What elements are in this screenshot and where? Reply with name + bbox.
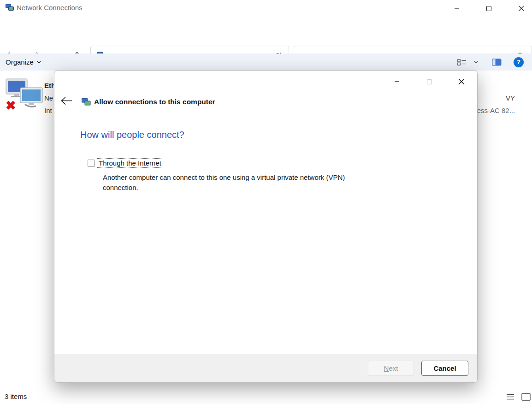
vpn-description: Another computer can connect to this one… xyxy=(103,172,379,193)
minimize-button[interactable] xyxy=(446,0,467,17)
status-bar: 3 items xyxy=(0,390,532,404)
command-bar: Organize ? xyxy=(0,53,532,71)
window-title: Network Connections xyxy=(17,4,83,12)
chevron-down-icon xyxy=(37,61,41,64)
through-internet-label[interactable]: Through the Internet xyxy=(97,159,163,167)
dialog-minimize-button[interactable] xyxy=(388,73,406,90)
dialog-title: Allow connections to this computer xyxy=(94,98,215,106)
dialog-footer: Next Cancel xyxy=(54,354,477,382)
close-button[interactable] xyxy=(511,0,532,17)
next-button-disabled: Next xyxy=(368,361,414,376)
explorer-window: Network Connections « Netw... xyxy=(0,0,532,404)
dialog-heading: How will people connect? xyxy=(80,130,184,140)
through-internet-row: Through the Internet xyxy=(88,159,163,167)
navigation-bar: « Netw... Network Con... xyxy=(0,22,532,45)
dialog-close-button[interactable] xyxy=(452,73,471,90)
organize-button[interactable]: Organize xyxy=(6,58,41,66)
error-x-icon: ✖ xyxy=(6,100,16,112)
network-connections-app-icon xyxy=(6,4,14,13)
next-accelerator: N xyxy=(384,364,389,372)
through-internet-checkbox[interactable] xyxy=(88,160,95,167)
large-icons-view-button[interactable] xyxy=(521,393,531,403)
organize-label: Organize xyxy=(6,58,34,66)
item-device-fragment: Int xyxy=(44,107,52,114)
next-label-rest: ext xyxy=(389,364,398,372)
allow-connections-dialog: Allow connections to this computer How w… xyxy=(54,70,478,383)
titlebar: Network Connections xyxy=(0,0,532,17)
help-button[interactable]: ? xyxy=(510,55,527,69)
dialog-app-icon xyxy=(82,98,91,108)
cancel-button[interactable]: Cancel xyxy=(421,361,468,376)
item-device-fragment: eless-AC 82... xyxy=(472,107,515,114)
view-options-button[interactable] xyxy=(454,55,470,69)
details-view-button[interactable] xyxy=(506,393,514,402)
maximize-button[interactable] xyxy=(478,0,499,17)
dialog-header: Allow connections to this computer xyxy=(54,94,477,112)
item-status-fragment: Ne xyxy=(44,94,53,102)
dialog-back-button[interactable] xyxy=(60,96,72,107)
preview-pane-button[interactable] xyxy=(488,55,505,69)
items-count: 3 items xyxy=(5,392,27,400)
view-options-chevron-icon[interactable] xyxy=(470,55,482,69)
dialog-maximize-button-disabled xyxy=(420,73,438,90)
item-status-fragment: VY xyxy=(506,94,515,102)
help-icon: ? xyxy=(514,57,524,67)
